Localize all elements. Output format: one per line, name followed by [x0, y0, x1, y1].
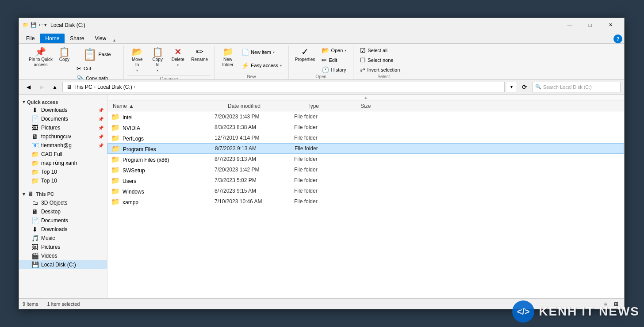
file-date: 8/7/2023 9:13 AM	[215, 145, 295, 152]
sidebar-item-desktop[interactable]: 🖥 Desktop	[19, 207, 107, 216]
sidebar-item-downloads[interactable]: ⬇ Downloads 📌	[19, 106, 107, 114]
minimize-button[interactable]: —	[560, 18, 580, 32]
col-header-name[interactable]: Name ▲	[111, 102, 226, 110]
this-pc-header[interactable]: ▾ 🖥 This PC	[19, 188, 107, 198]
file-row[interactable]: 📁Program Files 8/7/2023 9:13 AM File fol…	[107, 143, 624, 154]
path-this-pc: This PC	[73, 84, 92, 90]
watermark-logo: </>	[512, 300, 534, 323]
pin-indicator: 📌	[98, 108, 104, 113]
organize-items: 📂 Move to ▾ 📋 Copy to ▾ ✕ Delete ▾	[127, 46, 211, 74]
file-row[interactable]: 📁Intel 7/20/2023 1:43 PM File folder	[107, 111, 624, 122]
sidebar-item-downloads-pc[interactable]: ⬇ Downloads	[19, 225, 107, 234]
cut-button[interactable]: ✂ Cut	[73, 64, 120, 73]
open-arrow: ▾	[345, 49, 346, 53]
tab-view[interactable]: View	[89, 34, 111, 43]
folder-icon: 📁	[111, 198, 120, 205]
maximize-button[interactable]: □	[580, 18, 600, 32]
move-to-button[interactable]: 📂 Move to ▾	[127, 46, 147, 74]
delete-button[interactable]: ✕ Delete ▾	[168, 46, 188, 69]
paste-button[interactable]: 📋 Paste	[73, 46, 120, 63]
file-row[interactable]: 📁Users 7/3/2023 5:02 PM File folder	[107, 175, 624, 186]
sidebar-item-top10-2[interactable]: 📁 Top 10	[19, 176, 107, 185]
close-button[interactable]: ✕	[600, 18, 621, 32]
col-type-label: Type	[307, 103, 319, 109]
back-button[interactable]: ◀	[23, 82, 34, 92]
tab-file[interactable]: File	[21, 34, 40, 43]
search-icon: 🔍	[535, 84, 541, 90]
file-row[interactable]: 📁PerfLogs 12/7/2019 4:14 PM File folder	[107, 133, 624, 143]
sidebar: ▾ Quick access ⬇ Downloads 📌 📄 Documents…	[19, 95, 107, 298]
ribbon-group-new: 📁 New folder 📄 New item ▾ ⚡ Easy access …	[215, 46, 289, 79]
pin-indicator-3: 📌	[98, 125, 104, 130]
rename-label: Rename	[191, 57, 208, 62]
easy-access-button[interactable]: ⚡ Easy access ▾	[238, 61, 285, 70]
sidebar-item-videos[interactable]: 🎬 Videos	[19, 251, 107, 260]
file-name: 📁Users	[111, 176, 215, 185]
rename-button[interactable]: ✏ Rename	[188, 46, 211, 64]
new-item-button[interactable]: 📄 New item ▾	[238, 47, 285, 57]
refresh-button[interactable]: ⟳	[519, 82, 530, 92]
folder-icon: 📁	[111, 134, 120, 142]
sidebar-item-topchung[interactable]: 🖥 topchungcuv 📌	[19, 132, 107, 141]
ribbon-group-organize: 📂 Move to ▾ 📋 Copy to ▾ ✕ Delete ▾	[124, 46, 215, 79]
select-all-button[interactable]: ☑ Select all	[357, 46, 410, 55]
sidebar-item-documents[interactable]: 📄 Documents 📌	[19, 114, 107, 123]
sidebar-item-cad-full[interactable]: 📁 CAD Full	[19, 150, 107, 159]
address-path-box[interactable]: 🖥 This PC › Local Disk (C:) ›	[62, 82, 505, 92]
history-label: History	[331, 67, 346, 72]
file-row[interactable]: 📁Program Files (x86) 8/7/2023 9:13 AM Fi…	[107, 154, 624, 164]
col-name-sort-arrow: ▲	[129, 103, 134, 109]
pin-indicator-5: 📌	[98, 143, 104, 148]
rename-icon: ✏	[196, 47, 203, 56]
selected-count: 1 item selected	[47, 301, 80, 307]
file-row[interactable]: 📁SWSetup 7/20/2023 1:42 PM File folder	[107, 164, 624, 175]
file-type: File folder	[295, 145, 348, 152]
up-button[interactable]: ▲	[49, 82, 61, 92]
sidebar-item-map-rung[interactable]: 📁 map rừng xanh	[19, 159, 107, 167]
file-type: File folder	[294, 167, 347, 173]
select-none-button[interactable]: ☐ Select none	[357, 55, 410, 65]
col-header-type[interactable]: Type	[306, 102, 359, 110]
sidebar-item-music[interactable]: 🎵 Music	[19, 234, 107, 243]
sidebar-item-documents-pc[interactable]: 📄 Documents	[19, 216, 107, 225]
folder-icon: 📁	[111, 145, 120, 152]
sidebar-item-pictures-pc[interactable]: 🖼 Pictures	[19, 243, 107, 251]
tab-home[interactable]: Home	[40, 34, 65, 43]
file-row[interactable]: 📁xampp 7/10/2023 10:46 AM File folder	[107, 196, 624, 207]
window-controls: — □ ✕	[560, 18, 621, 32]
pin-quick-access-button[interactable]: 📌 Pin to Quick access	[26, 46, 55, 69]
history-icon: 🕐	[322, 66, 329, 73]
file-type: File folder	[294, 156, 347, 162]
address-dropdown-button[interactable]: ▾	[506, 82, 517, 92]
forward-button[interactable]: ▶	[36, 82, 47, 92]
quick-access-toolbar: 📁 💾 ↩ ▾	[23, 22, 47, 28]
edit-label: Edit	[329, 57, 337, 63]
col-header-size[interactable]: Size	[359, 102, 403, 110]
file-row[interactable]: 📁NVIDIA 8/3/2023 8:38 AM File folder	[107, 122, 624, 133]
sidebar-item-pictures[interactable]: 🖼 Pictures 📌	[19, 123, 107, 132]
help-button[interactable]: ?	[613, 34, 622, 43]
new-folder-button[interactable]: 📁 New folder	[218, 46, 238, 69]
file-date: 8/3/2023 8:38 AM	[215, 124, 294, 130]
open-button[interactable]: 📂 Open ▾	[318, 46, 349, 55]
copy-left-label: Copy	[59, 57, 69, 62]
sidebar-item-3d-objects[interactable]: 🗂 3D Objects	[19, 198, 107, 207]
copy-left-button[interactable]: 📋 Copy	[56, 46, 73, 64]
col-header-date[interactable]: Date modified	[226, 102, 306, 110]
dropdown-arrow-icon[interactable]: ▾	[44, 22, 47, 28]
sidebar-item-local-disk[interactable]: 💾 Local Disk (C:)	[19, 260, 107, 269]
properties-button[interactable]: ✓ Properties	[292, 46, 318, 64]
quick-access-header[interactable]: ▾ Quick access	[19, 96, 107, 106]
file-row[interactable]: 📁Windows 8/7/2023 9:15 AM File folder	[107, 186, 624, 196]
sidebar-item-top10-1[interactable]: 📁 Top 10	[19, 167, 107, 176]
easy-access-arrow: ▾	[280, 64, 282, 68]
search-box[interactable]: 🔍 Search Local Disk (C:)	[532, 82, 621, 92]
3d-objects-icon: 🗂	[31, 199, 38, 206]
copy-to-button[interactable]: 📋 Copy to ▾	[148, 46, 167, 74]
tab-share[interactable]: Share	[65, 34, 89, 43]
sidebar-item-tiemtranh[interactable]: 📧 tiemtranh@g 📌	[19, 141, 107, 150]
watermark: </> KENH IT NEWS	[512, 300, 640, 323]
edit-button[interactable]: ✏ Edit	[318, 55, 349, 65]
move-to-icon: 📂	[132, 47, 143, 56]
ribbon-collapse-button[interactable]: ▴	[111, 37, 117, 43]
